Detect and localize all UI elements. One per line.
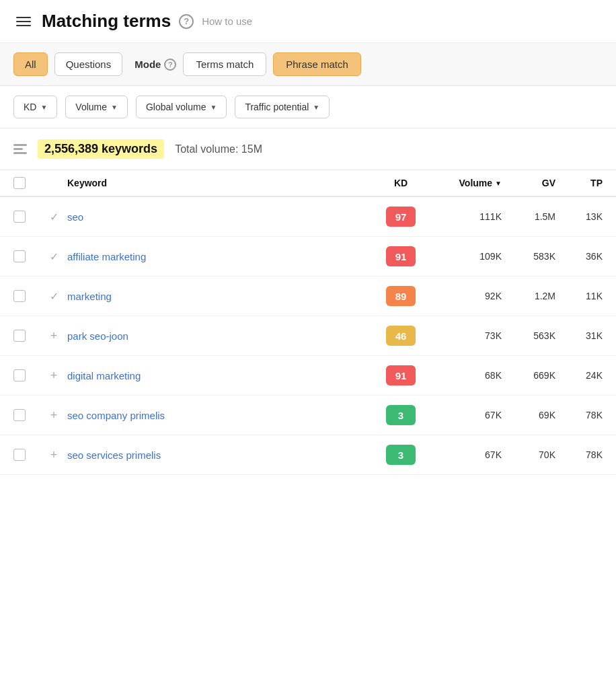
kd-cell-3: 46 bbox=[374, 326, 428, 346]
keyword-link-1[interactable]: affiliate marketing bbox=[67, 251, 374, 262]
gv-cell-2: 1.2M bbox=[502, 291, 555, 301]
hamburger-menu-icon[interactable] bbox=[13, 14, 34, 29]
volume-sort-icon: ▼ bbox=[495, 180, 502, 187]
kd-column-header: KD bbox=[374, 178, 428, 188]
volume-cell-2: 92K bbox=[428, 291, 502, 301]
volume-cell-3: 73K bbox=[428, 330, 502, 341]
kd-badge-1: 91 bbox=[386, 246, 416, 266]
table-row: ✓ marketing 89 92K 1.2M 11K bbox=[0, 277, 616, 316]
metrics-bar: KD ▼ Volume ▼ Global volume ▼ Traffic po… bbox=[0, 86, 616, 129]
row-checkbox-0[interactable] bbox=[13, 211, 26, 223]
table-row: + seo company primelis 3 67K 69K 78K bbox=[0, 396, 616, 435]
total-volume-label: Total volume: 15M bbox=[175, 143, 262, 155]
table-row: ✓ seo 97 111K 1.5M 13K bbox=[0, 197, 616, 237]
tp-cell-0: 13K bbox=[555, 211, 603, 222]
row-action-0[interactable]: ✓ bbox=[40, 211, 67, 223]
gv-column-header: GV bbox=[502, 178, 555, 188]
kd-chevron-icon: ▼ bbox=[40, 104, 47, 111]
kd-badge-0: 97 bbox=[386, 207, 416, 227]
volume-filter-button[interactable]: Volume ▼ bbox=[65, 96, 128, 118]
row-checkbox-1[interactable] bbox=[13, 250, 26, 262]
volume-cell-0: 111K bbox=[428, 211, 502, 222]
row-checkbox-3[interactable] bbox=[13, 330, 26, 342]
kd-badge-6: 3 bbox=[386, 445, 416, 465]
row-action-3[interactable]: + bbox=[40, 329, 67, 343]
table-row: + park seo-joon 46 73K 563K 31K bbox=[0, 316, 616, 356]
how-to-use-link[interactable]: How to use bbox=[202, 15, 252, 27]
kd-badge-5: 3 bbox=[386, 405, 416, 425]
kd-cell-4: 91 bbox=[374, 365, 428, 386]
all-filter-button[interactable]: All bbox=[13, 52, 48, 76]
volume-cell-6: 67K bbox=[428, 449, 502, 460]
mode-help-icon[interactable]: ? bbox=[164, 59, 176, 71]
phrase-match-button[interactable]: Phrase match bbox=[273, 52, 361, 76]
page-title: Matching terms bbox=[42, 11, 171, 32]
mode-label: Mode ? bbox=[134, 59, 176, 71]
filter-lines-icon[interactable] bbox=[13, 144, 27, 154]
keywords-table: Keyword KD Volume ▼ GV TP ✓ seo 97 111K … bbox=[0, 170, 616, 475]
table-body: ✓ seo 97 111K 1.5M 13K ✓ affiliate marke… bbox=[0, 197, 616, 475]
keyword-link-2[interactable]: marketing bbox=[67, 291, 374, 302]
traffic-potential-filter-button[interactable]: Traffic potential ▼ bbox=[235, 96, 330, 118]
kd-badge-3: 46 bbox=[386, 326, 416, 346]
keyword-link-3[interactable]: park seo-joon bbox=[67, 330, 374, 342]
help-icon[interactable]: ? bbox=[179, 14, 194, 29]
keyword-link-5[interactable]: seo company primelis bbox=[67, 410, 374, 421]
gv-cell-1: 583K bbox=[502, 251, 555, 262]
kd-cell-1: 91 bbox=[374, 246, 428, 266]
volume-cell-5: 67K bbox=[428, 410, 502, 420]
table-row: + digital marketing 91 68K 669K 24K bbox=[0, 356, 616, 396]
summary-row: 2,556,389 keywords Total volume: 15M bbox=[0, 129, 616, 170]
volume-cell-4: 68K bbox=[428, 370, 502, 381]
global-volume-filter-button[interactable]: Global volume ▼ bbox=[136, 96, 227, 118]
volume-cell-1: 109K bbox=[428, 251, 502, 262]
header: Matching terms ? How to use bbox=[0, 0, 616, 43]
row-action-4[interactable]: + bbox=[40, 369, 67, 383]
gv-cell-0: 1.5M bbox=[502, 211, 555, 222]
tp-cell-6: 78K bbox=[555, 449, 603, 460]
gv-cell-3: 563K bbox=[502, 330, 555, 341]
table-row: + seo services primelis 3 67K 70K 78K bbox=[0, 435, 616, 475]
row-action-2[interactable]: ✓ bbox=[40, 290, 67, 303]
row-checkbox-4[interactable] bbox=[13, 369, 26, 381]
tp-cell-2: 11K bbox=[555, 291, 603, 301]
row-action-5[interactable]: + bbox=[40, 408, 67, 423]
tp-cell-4: 24K bbox=[555, 370, 603, 381]
keyword-link-4[interactable]: digital marketing bbox=[67, 370, 374, 381]
volume-column-header[interactable]: Volume ▼ bbox=[428, 178, 502, 188]
select-all-checkbox[interactable] bbox=[13, 177, 26, 189]
kd-badge-4: 91 bbox=[386, 365, 416, 386]
keyword-column-header: Keyword bbox=[67, 178, 374, 188]
kd-cell-6: 3 bbox=[374, 445, 428, 465]
gv-cell-5: 69K bbox=[502, 410, 555, 420]
global-volume-chevron-icon: ▼ bbox=[210, 104, 217, 111]
volume-chevron-icon: ▼ bbox=[111, 104, 118, 111]
table-row: ✓ affiliate marketing 91 109K 583K 36K bbox=[0, 237, 616, 277]
row-checkbox-2[interactable] bbox=[13, 290, 26, 302]
row-action-1[interactable]: ✓ bbox=[40, 250, 67, 263]
tp-cell-5: 78K bbox=[555, 410, 603, 420]
tp-column-header: TP bbox=[555, 178, 603, 188]
filter-bar: All Questions Mode ? Terms match Phrase … bbox=[0, 43, 616, 86]
kd-cell-5: 3 bbox=[374, 405, 428, 425]
terms-match-button[interactable]: Terms match bbox=[183, 52, 266, 76]
questions-filter-button[interactable]: Questions bbox=[54, 52, 123, 76]
row-action-6[interactable]: + bbox=[40, 448, 67, 462]
row-checkbox-6[interactable] bbox=[13, 449, 26, 461]
kd-filter-button[interactable]: KD ▼ bbox=[13, 96, 57, 118]
keyword-link-6[interactable]: seo services primelis bbox=[67, 449, 374, 461]
keyword-link-0[interactable]: seo bbox=[67, 211, 374, 223]
kd-cell-2: 89 bbox=[374, 286, 428, 306]
traffic-potential-chevron-icon: ▼ bbox=[313, 104, 319, 111]
kd-badge-2: 89 bbox=[386, 286, 416, 306]
keywords-count-badge: 2,556,389 keywords bbox=[38, 139, 164, 159]
row-checkbox-5[interactable] bbox=[13, 409, 26, 421]
table-header-row: Keyword KD Volume ▼ GV TP bbox=[0, 170, 616, 197]
kd-cell-0: 97 bbox=[374, 207, 428, 227]
tp-cell-1: 36K bbox=[555, 251, 603, 262]
gv-cell-6: 70K bbox=[502, 449, 555, 460]
tp-cell-3: 31K bbox=[555, 330, 603, 341]
gv-cell-4: 669K bbox=[502, 370, 555, 381]
